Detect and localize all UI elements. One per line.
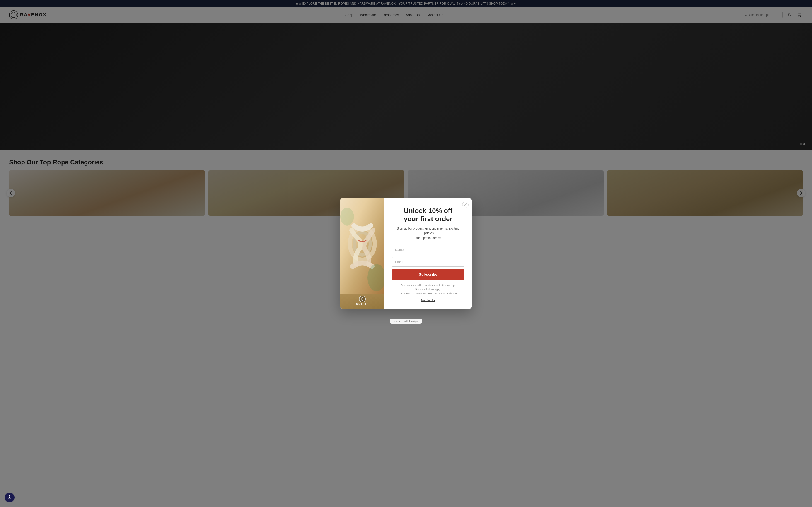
popup-modal: RA·ENOX Unlock 10% offyour first order S… [340,199,472,220]
modal-content: Unlock 10% offyour first order Sign up f… [385,199,472,220]
rope-knot-illustration [340,199,385,220]
modal-overlay[interactable]: RA·ENOX Unlock 10% offyour first order S… [0,0,812,220]
modal-title: Unlock 10% offyour first order [392,207,464,220]
close-icon [464,204,467,206]
modal-close-button[interactable] [462,202,468,208]
modal-image-panel: RA·ENOX [340,199,385,220]
